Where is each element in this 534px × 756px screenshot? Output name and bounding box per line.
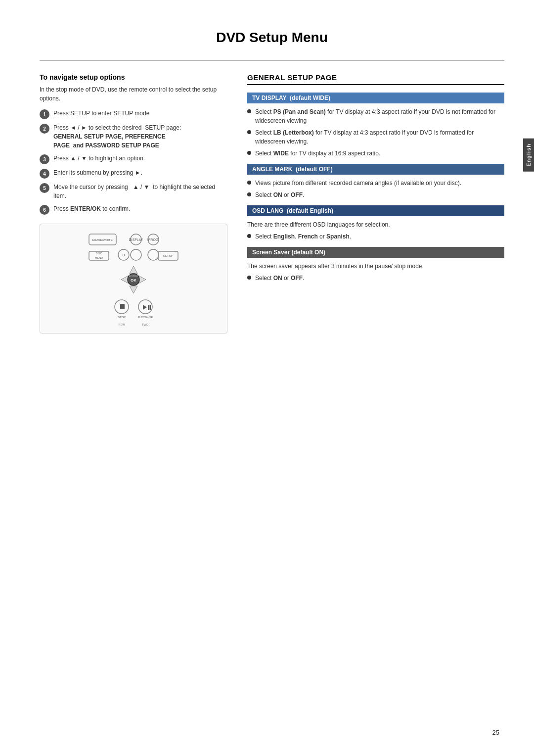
svg-marker-16 bbox=[143, 305, 147, 310]
svg-rect-17 bbox=[148, 305, 149, 310]
step-num-1: 1 bbox=[40, 109, 49, 119]
remote-illustration: ERASE/WRITE DISPLAY PROG 0 DISC MENU bbox=[84, 229, 183, 328]
fwd-label: FWD bbox=[142, 323, 149, 326]
step-text-5: Move the cursor by pressing ▲ / ▼ to hig… bbox=[53, 183, 227, 200]
intro-text: In the stop mode of DVD, use the remote … bbox=[40, 85, 227, 103]
angle-mark-bar: ANGLE MARK (default OFF) bbox=[247, 164, 504, 175]
left-column: To navigate setup options In the stop mo… bbox=[40, 73, 227, 333]
enter-label: ENTER bbox=[129, 275, 138, 278]
step-num-3: 3 bbox=[40, 154, 49, 164]
navigate-heading: To navigate setup options bbox=[40, 73, 227, 81]
content-columns: To navigate setup options In the stop mo… bbox=[40, 73, 504, 333]
svg-rect-14 bbox=[120, 304, 125, 309]
tv-display-text-2: Select LB (Letterbox) for TV display at … bbox=[255, 128, 504, 146]
bullet-5 bbox=[247, 192, 251, 196]
prog-label: PROG bbox=[148, 238, 159, 241]
svg-marker-9 bbox=[130, 286, 137, 293]
osd-lang-desc: There are three different OSD languages … bbox=[247, 220, 504, 229]
screen-saver-bar: Screen Saver (default ON) bbox=[247, 247, 504, 258]
lang-tab: English bbox=[523, 139, 534, 172]
bullet-4 bbox=[247, 181, 251, 185]
tv-display-text-3: Select WIDE for TV display at 16:9 aspec… bbox=[255, 149, 504, 158]
step-6: 6 Press ENTER/OK to confirm. bbox=[40, 204, 227, 215]
step-text-6: Press ENTER/OK to confirm. bbox=[53, 204, 227, 213]
step-3: 3 Press ▲ / ▼ to highlight an option. bbox=[40, 154, 227, 164]
zero-label: 0 bbox=[123, 253, 125, 257]
step-num-6: 6 bbox=[40, 205, 49, 215]
screen-saver-desc: The screen saver appears after 3 minutes… bbox=[247, 262, 504, 271]
bullet-3 bbox=[247, 151, 251, 155]
angle-mark-item-1: Views picture from different recorded ca… bbox=[247, 179, 504, 188]
bullet-2 bbox=[247, 130, 251, 134]
menu-label: MENU bbox=[95, 256, 103, 259]
bullet-6 bbox=[247, 234, 251, 238]
bullet-7 bbox=[247, 276, 251, 280]
angle-mark-item-2: Select ON or OFF. bbox=[247, 190, 504, 199]
remote-container: ERASE/WRITE DISPLAY PROG 0 DISC MENU bbox=[40, 224, 227, 333]
angle-mark-text-1: Views picture from different recorded ca… bbox=[255, 179, 504, 188]
tv-display-item-3: Select WIDE for TV display at 16:9 aspec… bbox=[247, 149, 504, 158]
step-1: 1 Press SETUP to enter SETUP mode bbox=[40, 109, 227, 119]
tv-display-bar: TV DISPLAY (default WIDE) bbox=[247, 93, 504, 103]
ok-label: OK bbox=[131, 278, 136, 283]
osd-lang-text-1: Select English. French or Spanish. bbox=[255, 232, 504, 241]
step-text-1: Press SETUP to enter SETUP mode bbox=[53, 109, 227, 118]
play-pause-label: PLAY/PAUSE bbox=[138, 316, 153, 319]
screen-saver-item-1: Select ON or OFF. bbox=[247, 274, 504, 283]
step-5: 5 Move the cursor by pressing ▲ / ▼ to h… bbox=[40, 183, 227, 200]
display-label: DISPLAY bbox=[129, 238, 143, 241]
step-2: 2 Press ◄ / ► to select the desired SETU… bbox=[40, 123, 227, 150]
page-number: 25 bbox=[492, 729, 499, 736]
step-text-2: Press ◄ / ► to select the desired SETUP … bbox=[53, 123, 227, 150]
screen-saver-text-1: Select ON or OFF. bbox=[255, 274, 504, 283]
stop-label: STOP bbox=[118, 316, 126, 319]
step-text-4: Enter its submenu by pressing ►. bbox=[53, 168, 227, 177]
bullet-1 bbox=[247, 109, 251, 113]
svg-marker-8 bbox=[130, 266, 137, 274]
svg-point-4 bbox=[131, 249, 141, 260]
osd-lang-bar: OSD LANG (default English) bbox=[247, 205, 504, 216]
step-num-2: 2 bbox=[40, 124, 49, 134]
page-container: English DVD Setup Menu To navigate setup… bbox=[0, 0, 534, 756]
title-divider bbox=[40, 60, 504, 61]
step-text-3: Press ▲ / ▼ to highlight an option. bbox=[53, 154, 227, 163]
osd-lang-item-1: Select English. French or Spanish. bbox=[247, 232, 504, 241]
disc-label: DISC bbox=[95, 252, 102, 255]
right-column: GENERAL SETUP PAGE TV DISPLAY (default W… bbox=[247, 73, 504, 333]
tv-display-item-2: Select LB (Letterbox) for TV display at … bbox=[247, 128, 504, 146]
step-num-4: 4 bbox=[40, 169, 49, 179]
rew-label: REW bbox=[119, 323, 126, 326]
svg-point-5 bbox=[148, 249, 159, 260]
tv-display-text-1: Select PS (Pan and Scan) for TV display … bbox=[255, 107, 504, 125]
page-title: DVD Setup Menu bbox=[40, 30, 504, 46]
erase-write-label: ERASE/WRITE bbox=[92, 238, 112, 241]
tv-display-item-1: Select PS (Pan and Scan) for TV display … bbox=[247, 107, 504, 125]
step-num-5: 5 bbox=[40, 183, 49, 193]
general-setup-title: GENERAL SETUP PAGE bbox=[247, 73, 504, 85]
setup-label: SETUP bbox=[163, 254, 173, 257]
step-4: 4 Enter its submenu by pressing ►. bbox=[40, 168, 227, 179]
angle-mark-text-2: Select ON or OFF. bbox=[255, 190, 504, 199]
svg-rect-18 bbox=[150, 305, 151, 310]
